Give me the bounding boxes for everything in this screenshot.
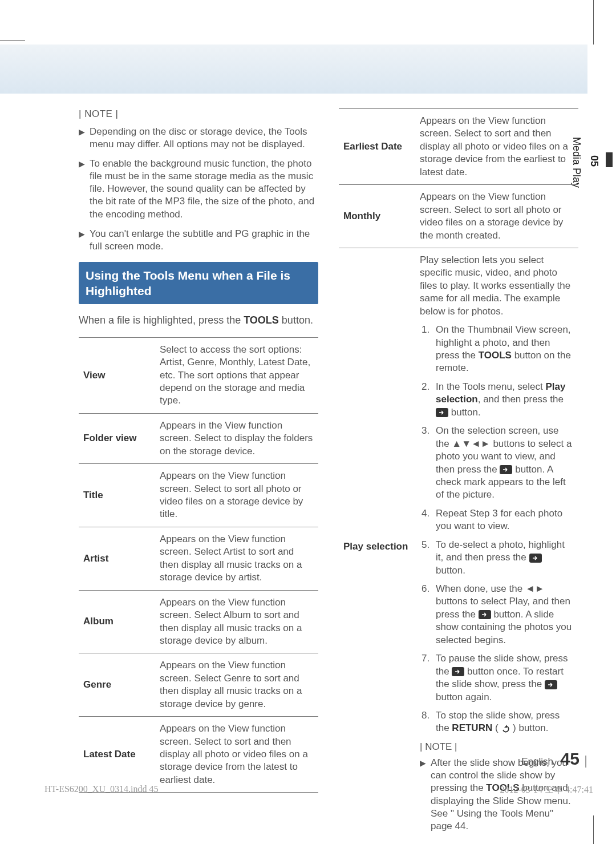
print-footer: HT-ES6200_XU_0314.indd 45 2012-03-14 오후 … <box>44 784 593 796</box>
definitions-table-left: View Select to access the sort options: … <box>79 337 318 793</box>
desc: Appears on the View function screen. Sel… <box>155 464 318 527</box>
play-intro: Play selection lets you select specific … <box>420 254 574 318</box>
step-6: When done, use the ◄► buttons to select … <box>432 583 574 647</box>
term: Folder view <box>79 413 155 463</box>
note-bullet: ▶ Depending on the disc or storage devic… <box>79 126 318 151</box>
desc: Select to access the sort options: Artis… <box>155 337 318 413</box>
table-row: Monthly Appears on the View function scr… <box>339 185 578 248</box>
enter-icon <box>545 680 557 689</box>
table-row: Artist Appears on the View function scre… <box>79 527 318 590</box>
desc: Appears on the View function screen. Sel… <box>415 109 578 185</box>
step-2: In the Tools menu, select Play selection… <box>432 381 574 419</box>
term: Monthly <box>339 185 415 248</box>
footer-page-number: 45 <box>560 749 579 768</box>
triangle-icon: ▶ <box>79 127 85 151</box>
desc: Appears on the View function screen. Sel… <box>155 653 318 717</box>
table-row: Earliest Date Appears on the View functi… <box>339 109 578 185</box>
note-text: To enable the background music function,… <box>90 158 318 220</box>
triangle-icon: ▶ <box>79 229 85 253</box>
play-steps: On the Thumbnail View screen, highlight … <box>420 324 574 735</box>
term: Artist <box>79 527 155 590</box>
enter-icon <box>436 408 448 417</box>
desc: Appears in the View function screen. Sel… <box>155 413 318 463</box>
table-row: Title Appears on the View function scree… <box>79 464 318 527</box>
note-bullet: ▶ To enable the background music functio… <box>79 158 318 220</box>
enter-icon <box>500 465 512 474</box>
step-5: To de-select a photo, highlight it, and … <box>432 539 574 577</box>
enter-icon <box>452 667 464 676</box>
desc: Appears on the View function screen. Sel… <box>155 590 318 653</box>
footer-bar: | <box>584 753 587 768</box>
term: View <box>79 337 155 413</box>
return-icon <box>501 725 510 733</box>
step-1: On the Thumbnail View screen, highlight … <box>432 324 574 375</box>
desc: Appears on the View function screen. Sel… <box>155 527 318 590</box>
table-row: View Select to access the sort options: … <box>79 337 318 413</box>
step-8: To stop the slide show, press the RETURN… <box>432 709 574 735</box>
term: Title <box>79 464 155 527</box>
print-date: 2012-03-14 오후 4:47:41 <box>500 784 593 796</box>
table-row: Folder view Appears in the View function… <box>79 413 318 463</box>
section-heading: Using the Tools Menu when a File is High… <box>79 262 318 305</box>
triangle-icon: ▶ <box>79 159 85 220</box>
term: Earliest Date <box>339 109 415 185</box>
footer-language: English <box>521 756 553 767</box>
note-text: You can't enlarge the subtitle and PG gr… <box>90 228 318 253</box>
step-3: On the selection screen, use the ▲▼◄► bu… <box>432 425 574 502</box>
note-bullet: ▶ You can't enlarge the subtitle and PG … <box>79 228 318 253</box>
desc: Appears on the View function screen. Sel… <box>415 185 578 248</box>
note-text: Depending on the disc or storage device,… <box>90 126 318 151</box>
step-4: Repeat Step 3 for each photo you want to… <box>432 507 574 533</box>
left-column: | NOTE | ▶ Depending on the disc or stor… <box>79 108 318 844</box>
term: Album <box>79 590 155 653</box>
right-column: Earliest Date Appears on the View functi… <box>339 108 578 844</box>
table-row: Album Appears on the View function scree… <box>79 590 318 653</box>
enter-icon <box>479 610 491 619</box>
side-tab-number: 05 <box>588 155 600 167</box>
term: Genre <box>79 653 155 717</box>
note-label: | NOTE | <box>79 108 318 120</box>
definitions-table-right: Earliest Date Appears on the View functi… <box>339 108 578 844</box>
enter-icon <box>529 554 542 563</box>
table-row: Genre Appears on the View function scree… <box>79 653 318 717</box>
section-intro: When a file is highlighted, press the TO… <box>79 313 318 328</box>
step-7: To pause the slide show, press the butto… <box>432 652 574 704</box>
header-gradient-band <box>0 45 587 94</box>
page-footer: English 45 | <box>0 749 587 769</box>
print-file: HT-ES6200_XU_0314.indd 45 <box>44 784 158 796</box>
